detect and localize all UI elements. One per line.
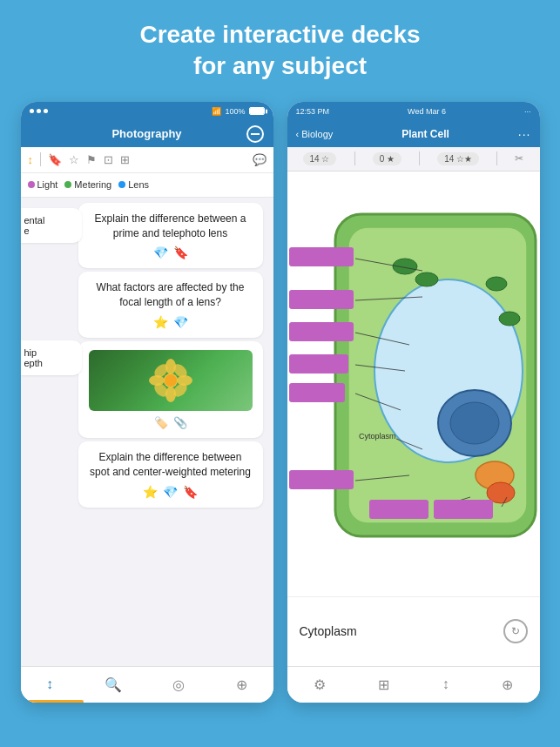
chat-icon[interactable]: 💬 — [253, 153, 267, 166]
tab-sort-icon[interactable]: ↕ — [46, 676, 53, 692]
flag-icon[interactable]: ⚑ — [86, 153, 97, 166]
toolbar-divider-3 — [496, 151, 497, 165]
scissors-icon[interactable]: ✂ — [515, 152, 523, 165]
svg-rect-37 — [434, 500, 493, 519]
right-phone: 12:53 PM Wed Mar 6 ··· ‹ Biology Plant C… — [287, 102, 540, 703]
dot1 — [30, 109, 34, 113]
dot3 — [44, 109, 48, 113]
tab-plus-icon[interactable]: ⊕ — [236, 676, 247, 693]
right-nav-dots-btn[interactable]: ··· — [518, 127, 531, 141]
left-nav-title: Photography — [111, 127, 181, 140]
card-1: Explain the difference between a prime a… — [73, 203, 268, 269]
diamond-icon-1: 💎 — [153, 246, 168, 259]
battery-bar — [249, 107, 265, 115]
toolbar-btn-1[interactable]: 14 ☆ — [303, 152, 337, 165]
diamond-icon-2: 💎 — [173, 315, 188, 329]
svg-rect-32 — [289, 322, 354, 341]
star-icon-2: ⭐ — [153, 315, 168, 329]
status-right: 📶 100% — [212, 107, 264, 116]
svg-rect-31 — [289, 290, 354, 309]
toolbar-btn-3[interactable]: 14 ☆★ — [437, 152, 479, 165]
tag-label-light: Light — [37, 179, 58, 190]
right-tab-sort-icon[interactable]: ↕ — [442, 676, 449, 692]
tag-lens[interactable]: Lens — [118, 179, 149, 190]
cards-list: entale hipepth Explain the difference be… — [21, 198, 273, 666]
svg-text:Cytoplasm: Cytoplasm — [359, 432, 396, 441]
minus-icon — [251, 133, 260, 135]
card-1-text: Explain the difference between a prime a… — [89, 212, 253, 241]
tab-underline — [21, 700, 84, 703]
right-nav-left[interactable]: ‹ Biology — [296, 129, 334, 139]
layers-icon[interactable]: ⊡ — [104, 153, 113, 166]
phones-container: 📶 100% Photography ↕ 🔖 ☆ ⚑ ⊡ ⊞ — [0, 102, 560, 703]
card-4: Explain the difference between spot and … — [73, 441, 268, 508]
svg-rect-36 — [369, 500, 428, 519]
toolbar-btn-2[interactable]: 0 ★ — [373, 152, 401, 165]
left-status-bar: 📶 100% — [21, 102, 273, 121]
left-nav-bar: Photography — [21, 121, 273, 147]
divider — [40, 152, 41, 166]
grid-icon[interactable]: ⊞ — [120, 153, 130, 166]
right-status-bar: 12:53 PM Wed Mar 6 ··· — [287, 102, 540, 121]
right-back-label: Biology — [301, 129, 333, 139]
bookmark-icon-1: 🔖 — [173, 246, 188, 259]
left-nav-menu-icon[interactable] — [246, 125, 264, 143]
card-1-icons: 💎 🔖 — [89, 246, 253, 259]
card-3-icons: 🏷️ 📎 — [89, 416, 253, 429]
bookmark-icon[interactable]: 🔖 — [48, 153, 62, 166]
header: Create interactive decks for any subject — [0, 0, 560, 98]
star-icon[interactable]: ☆ — [69, 153, 79, 166]
svg-rect-33 — [289, 354, 348, 374]
flower-svg — [145, 354, 197, 407]
card-3-image — [89, 350, 253, 411]
right-toolbar: 14 ☆ 0 ★ 14 ☆★ ✂ — [287, 147, 540, 172]
toolbar-divider-2 — [419, 151, 420, 165]
partial-text-1: entale — [24, 215, 73, 236]
wifi-icon: 📶 — [212, 107, 221, 116]
sort-icon[interactable]: ↕ — [28, 153, 34, 166]
header-title: Create interactive decks for any subject — [35, 19, 525, 83]
plant-cell-svg: Cytoplasm — [287, 172, 540, 596]
card-3: 🏷️ 📎 — [73, 341, 268, 438]
card-4-text: Explain the difference between spot and … — [89, 450, 253, 480]
card-2-icons: ⭐ 💎 — [89, 315, 253, 329]
diamond-icon-4: 💎 — [163, 485, 178, 499]
toolbar-btn-2-label: 0 ★ — [380, 154, 395, 164]
card-4-icons: ⭐ 💎 🔖 — [89, 485, 253, 499]
svg-point-14 — [450, 402, 499, 444]
paperclip-icon-3: 📎 — [173, 416, 187, 429]
svg-point-19 — [486, 277, 507, 291]
partial-card-1: entale — [21, 205, 82, 246]
tags-row: Light Metering Lens — [21, 173, 273, 198]
card-2-text: What factors are affected by the focal l… — [89, 280, 253, 310]
tab-search-icon[interactable]: 🔍 — [105, 676, 122, 693]
tag-label-lens: Lens — [128, 179, 149, 190]
tag-dot-metering — [64, 181, 71, 188]
right-tab-cards-icon[interactable]: ⊞ — [378, 676, 389, 693]
right-tab-settings-icon[interactable]: ⚙ — [314, 676, 326, 693]
svg-rect-34 — [289, 383, 345, 402]
right-tab-share-icon[interactable]: ⊕ — [502, 676, 513, 693]
right-nav-title: Plant Cell — [401, 128, 449, 140]
dot2 — [37, 109, 41, 113]
toolbar-btn-3-label: 14 ☆★ — [444, 154, 472, 164]
tag-light[interactable]: Light — [28, 179, 58, 190]
partial-card-2: hipepth — [21, 337, 82, 379]
back-chevron: ‹ — [296, 129, 300, 139]
tag-icon-3: 🏷️ — [154, 416, 168, 429]
signal-dots — [30, 109, 48, 113]
right-dots: ··· — [524, 107, 531, 116]
refresh-icon[interactable]: ↻ — [503, 619, 528, 643]
svg-rect-30 — [289, 247, 354, 266]
right-bottom-section: Cytoplasm ↻ — [287, 596, 540, 666]
toolbar-btn-1-label: 14 ☆ — [310, 154, 330, 164]
right-bottom-text: Cytoplasm — [300, 624, 357, 638]
battery-fill — [250, 108, 264, 114]
left-toolbar-row: ↕ 🔖 ☆ ⚑ ⊡ ⊞ 💬 — [21, 147, 273, 173]
tab-circle-icon[interactable]: ◎ — [172, 676, 185, 693]
tag-metering[interactable]: Metering — [64, 179, 111, 190]
left-bottom-tab-bar: ↕ 🔍 ◎ ⊕ — [21, 666, 273, 703]
svg-point-18 — [415, 273, 438, 286]
battery-pct: 100% — [225, 107, 245, 116]
right-bottom-tab-bar: ⚙ ⊞ ↕ ⊕ — [287, 666, 540, 703]
